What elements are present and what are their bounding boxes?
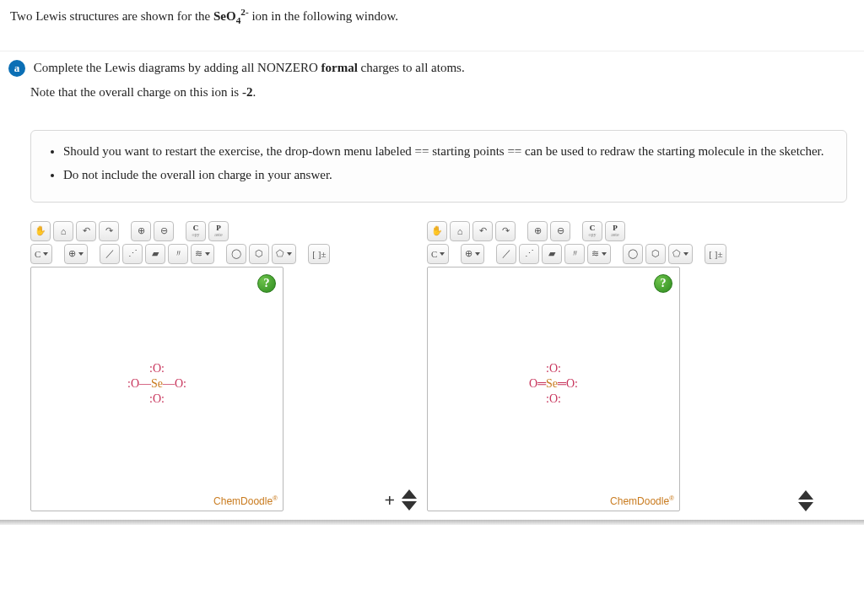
drawing-canvas-right[interactable]: ? :O: O═Se═O: :O: ChemDoodle® — [427, 267, 680, 511]
undo-icon[interactable]: ↶ — [472, 221, 493, 241]
hint-2: Do not include the overall ion charge in… — [63, 166, 831, 185]
toolbar-row-1: ✋ ⌂ ↶ ↷ ⊕ ⊖ Copy Paste — [427, 221, 764, 241]
wedge-bond-icon[interactable]: ▰ — [542, 244, 562, 264]
intro-prefix: Two Lewis structures are shown for the — [10, 9, 213, 23]
home-icon[interactable]: ⌂ — [53, 221, 73, 241]
chemdoodle-brand: ChemDoodle® — [610, 494, 674, 507]
bottom-shadow — [0, 520, 864, 525]
toolbar-row-2: C ⊕ ／ ⋰ ▰ 〃 ≋ ◯ ⬡ ⬠ [ ]± — [30, 244, 368, 264]
single-bond-icon[interactable]: ／ — [496, 244, 516, 264]
intro-text: Two Lewis structures are shown for the S… — [0, 0, 864, 51]
ring-icon[interactable]: ◯ — [623, 244, 643, 264]
ring-icon[interactable]: ◯ — [226, 244, 246, 264]
toolbar-row-2: C ⊕ ／ ⋰ ▰ 〃 ≋ ◯ ⬡ ⬠ [ ]± — [427, 244, 764, 264]
triple-bond-icon[interactable]: ≋ — [191, 244, 214, 264]
redo-icon[interactable]: ↷ — [495, 221, 516, 241]
help-button[interactable]: ? — [257, 274, 276, 293]
zoom-in-icon[interactable]: ⊕ — [527, 221, 548, 241]
triple-bond-icon[interactable]: ≋ — [587, 244, 611, 264]
pentagon-ring-icon[interactable]: ⬠ — [272, 244, 296, 264]
move-down-icon[interactable] — [402, 501, 417, 511]
paste-button[interactable]: Paste — [605, 221, 625, 241]
copy-button[interactable]: Copy — [186, 221, 206, 241]
home-icon[interactable]: ⌂ — [450, 221, 470, 241]
move-up-icon[interactable] — [402, 489, 417, 499]
paste-button[interactable]: Paste — [208, 221, 229, 241]
molecule-right: :O: O═Se═O: :O: — [528, 360, 579, 407]
instruction-line-1: Complete the Lewis diagrams by adding al… — [34, 61, 465, 74]
move-up-icon[interactable] — [798, 490, 813, 500]
wedge-bond-icon[interactable]: ▰ — [145, 244, 165, 264]
toolbar-row-1: ✋ ⌂ ↶ ↷ ⊕ ⊖ Copy Paste — [30, 221, 368, 241]
add-sketcher-button[interactable]: + — [384, 489, 395, 511]
charge-button[interactable]: ⊕ — [64, 244, 88, 264]
zoom-out-icon[interactable]: ⊖ — [550, 221, 570, 241]
double-bond-icon[interactable]: 〃 — [168, 244, 188, 264]
hexagon-ring-icon[interactable]: ⬡ — [249, 244, 269, 264]
chemdoodle-brand: ChemDoodle® — [213, 494, 278, 507]
molecule-left: :O: :O—Se—O: :O: — [127, 360, 186, 407]
charge-button[interactable]: ⊕ — [461, 244, 484, 264]
sketcher-left: ✋ ⌂ ↶ ↷ ⊕ ⊖ Copy Paste C ⊕ ／ ⋰ ▰ 〃 ≋ — [30, 221, 368, 511]
help-button[interactable]: ? — [654, 274, 672, 293]
element-picker[interactable]: C — [30, 244, 52, 264]
dotted-bond-icon[interactable]: ⋰ — [519, 244, 539, 264]
zoom-in-icon[interactable]: ⊕ — [131, 221, 151, 241]
instruction-line-2: Note that the overall charge on this ion… — [30, 85, 256, 99]
zoom-out-icon[interactable]: ⊖ — [154, 221, 174, 241]
double-bond-icon[interactable]: 〃 — [564, 244, 585, 264]
bracket-charge-icon[interactable]: [ ]± — [308, 244, 330, 264]
pentagon-ring-icon[interactable]: ⬠ — [668, 244, 693, 264]
intro-suffix: ion in the following window. — [251, 9, 398, 23]
hint-1: Should you want to restart the exercise,… — [63, 143, 831, 161]
drawing-canvas-left[interactable]: ? :O: :O—Se—O: :O: ChemDoodle® — [30, 267, 284, 511]
move-down-icon[interactable] — [798, 502, 813, 511]
bracket-charge-icon[interactable]: [ ]± — [705, 244, 726, 264]
hexagon-ring-icon[interactable]: ⬡ — [645, 244, 666, 264]
hand-tool-icon[interactable]: ✋ — [427, 221, 447, 241]
undo-icon[interactable]: ↶ — [76, 221, 96, 241]
copy-button[interactable]: Copy — [582, 221, 602, 241]
sketcher-right: ✋ ⌂ ↶ ↷ ⊕ ⊖ Copy Paste C ⊕ ／ ⋰ ▰ 〃 ≋ — [427, 221, 764, 511]
dotted-bond-icon[interactable]: ⋰ — [122, 244, 143, 264]
part-badge-a: a — [8, 60, 25, 77]
hints-box: Should you want to restart the exercise,… — [30, 130, 847, 203]
single-bond-icon[interactable]: ／ — [100, 244, 120, 264]
redo-icon[interactable]: ↷ — [99, 221, 119, 241]
hand-tool-icon[interactable]: ✋ — [30, 221, 51, 241]
element-picker[interactable]: C — [427, 244, 449, 264]
